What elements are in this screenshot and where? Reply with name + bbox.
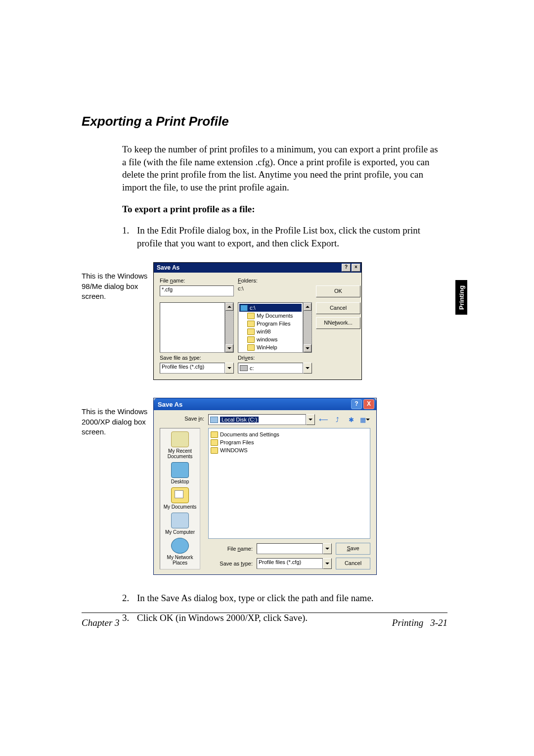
scroll-up-icon[interactable] (304, 303, 312, 311)
dialog-titlebar[interactable]: Save As ? × (154, 263, 361, 273)
intro-paragraph: To keep the number of print profiles to … (122, 143, 439, 194)
filename-input[interactable] (257, 543, 332, 554)
figure-1: This is the Windows 98/Me dialog box scr… (82, 262, 447, 380)
folder-icon (211, 431, 218, 438)
dialog-title: Save As (158, 401, 182, 408)
step-2: 2. In the Save As dialog box, type or cl… (122, 592, 439, 605)
chevron-down-icon[interactable] (323, 543, 332, 554)
save-as-type-value: Profile files (*.cfg) (160, 363, 225, 374)
folders-label: Folders: (238, 278, 312, 284)
places-mynet[interactable]: My Network Places (163, 538, 197, 566)
dialog-body: Save in: Local Disk (C:) ⟵ ⤴ ✱ ▦ (154, 410, 376, 574)
filename-label: File name: (160, 278, 234, 284)
open-folder-icon (240, 305, 248, 311)
drives-label: Drives: (238, 355, 312, 361)
save-button[interactable]: Save (336, 543, 370, 555)
help-icon[interactable]: ? (351, 399, 362, 409)
network-button[interactable]: NNNetwork... (316, 317, 360, 329)
dialog-titlebar[interactable]: Save As ? X (154, 398, 376, 410)
folder-icon (247, 329, 255, 335)
save-as-type-select[interactable]: Profile files (*.cfg) (160, 363, 234, 374)
folder-icon (247, 321, 255, 327)
chevron-down-icon[interactable] (323, 558, 332, 569)
my-documents-icon (171, 487, 189, 503)
recent-icon (171, 431, 189, 447)
current-path: c:\ (238, 285, 312, 300)
filename-label: File name: (208, 546, 253, 552)
help-icon[interactable]: ? (342, 264, 351, 272)
body-column: To keep the number of print profiles to … (122, 143, 439, 249)
back-icon[interactable]: ⟵ (318, 414, 329, 425)
chevron-down-icon[interactable] (225, 363, 234, 374)
my-computer-icon (171, 513, 189, 528)
filename-value (257, 543, 323, 554)
section-heading: Exporting a Print Profile (82, 114, 447, 129)
dialog-body: File name: Folders: *.cfg c:\ OK (154, 273, 361, 379)
places-mydocs[interactable]: My Documents (163, 487, 197, 510)
folder-icon (211, 439, 218, 446)
step-number: 2. (122, 592, 137, 605)
footer-left: Chapter 3 (82, 617, 120, 628)
network-button-label: Network... (328, 320, 353, 326)
drives-select[interactable]: c: (238, 363, 312, 374)
dialog-bottom: File name: Save Save as type: Profile fi… (208, 543, 370, 569)
savein-value: Local Disk (C:) (220, 417, 259, 423)
drive-icon (240, 365, 248, 371)
step-text: In the Edit Profile dialog box, in the P… (137, 224, 439, 249)
scroll-down-icon[interactable] (304, 344, 312, 352)
figure-2: This is the Windows 2000/XP dialog box s… (82, 398, 447, 575)
figure-1-caption: This is the Windows 98/Me dialog box scr… (82, 262, 153, 301)
close-icon[interactable]: × (352, 264, 360, 272)
filename-list-wrap (160, 302, 234, 353)
savein-label: Save in: (160, 414, 204, 428)
dialog-toolbar: Local Disk (C:) ⟵ ⤴ ✱ ▦ (208, 414, 370, 425)
scroll-up-icon[interactable] (225, 303, 233, 311)
cancel-button[interactable]: Cancel (316, 302, 360, 314)
scrollbar[interactable] (303, 302, 312, 353)
drive-icon (210, 417, 218, 423)
ok-button[interactable]: OK (316, 285, 360, 297)
my-network-icon (171, 538, 189, 554)
desktop-icon (171, 462, 189, 478)
filename-list[interactable] (160, 302, 225, 353)
section-tab: Printing (455, 280, 467, 315)
win98-save-as-dialog: Save As ? × File name: Folders: *.cfg c:… (153, 262, 362, 380)
save-as-type-select[interactable]: Profile files (*.cfg) (257, 558, 332, 569)
step-1: 1. In the Edit Profile dialog box, in th… (122, 224, 439, 249)
step-number: 1. (122, 224, 137, 249)
winxp-save-as-dialog: Save As ? X Save in: Local Disk (C:) ⟵ (153, 398, 377, 575)
places-recent[interactable]: My Recent Documents (163, 431, 197, 459)
right-column: Documents and SettingsProgram FilesWINDO… (208, 428, 370, 569)
new-folder-icon[interactable]: ✱ (346, 414, 356, 425)
close-icon[interactable]: X (363, 399, 374, 409)
step-text: In the Save As dialog box, type or click… (137, 592, 439, 605)
folder-icon (247, 344, 255, 351)
page-footer: Chapter 3 Printing 3-21 (82, 617, 447, 628)
drives-value: c: (238, 363, 303, 374)
up-one-level-icon[interactable]: ⤴ (332, 414, 343, 425)
places-desktop[interactable]: Desktop (163, 462, 197, 484)
folder-icon (211, 447, 218, 454)
footer-right-page: 3-21 (430, 617, 447, 628)
save-as-type-value: Profile files (*.cfg) (257, 558, 323, 569)
folder-icon (247, 313, 255, 319)
folder-icon (247, 336, 255, 343)
dialog-title: Save As (157, 264, 179, 271)
chevron-down-icon[interactable] (303, 363, 312, 374)
scroll-down-icon[interactable] (225, 344, 233, 352)
page-content: Printing Exporting a Print Profile To ke… (82, 114, 447, 627)
chevron-down-icon[interactable] (306, 414, 315, 425)
folders-tree-wrap: c:\My DocumentsProgram Fileswin98windows… (238, 302, 312, 353)
folders-tree[interactable]: c:\My DocumentsProgram Fileswin98windows… (238, 302, 303, 353)
views-icon[interactable]: ▦ (359, 414, 370, 425)
places-bar: My Recent Documents Desktop My Documents… (160, 428, 200, 569)
cancel-button[interactable]: Cancel (336, 558, 370, 569)
savein-select[interactable]: Local Disk (C:) (208, 414, 315, 425)
procedure-heading: To export a print profile as a file: (122, 203, 439, 216)
save-as-type-label: Save file as type: (160, 355, 234, 361)
file-list[interactable]: Documents and SettingsProgram FilesWINDO… (208, 428, 370, 539)
save-as-type-label: Save as type: (208, 561, 253, 567)
places-mycomp[interactable]: My Computer (163, 513, 197, 535)
filename-input[interactable]: *.cfg (160, 285, 234, 296)
scrollbar[interactable] (225, 302, 234, 353)
